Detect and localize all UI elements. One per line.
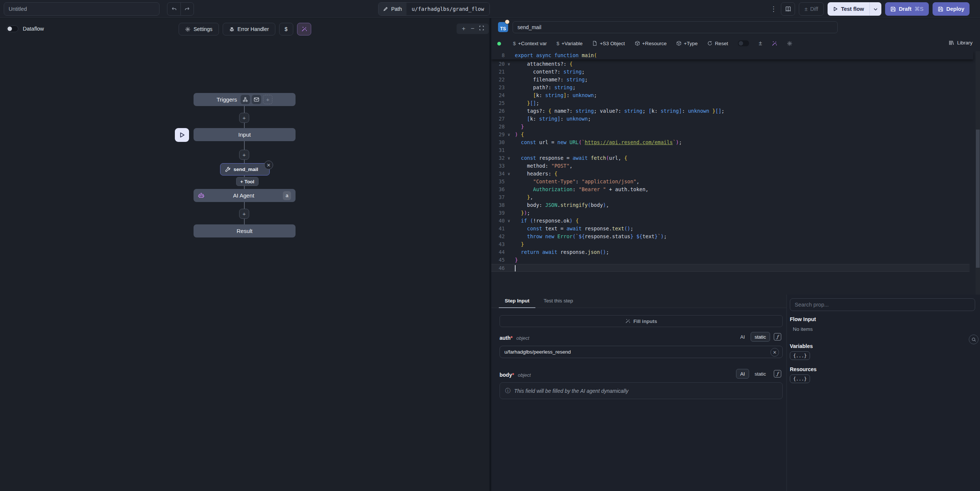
gear-icon (185, 27, 191, 32)
reset-label: Reset (715, 41, 728, 46)
code-line-40[interactable]: 40∨ if (!response.ok) { (491, 217, 970, 225)
auth-ai-option[interactable]: AI (736, 332, 749, 342)
zoom-out-button[interactable]: − (469, 25, 477, 32)
add-trigger-button[interactable]: + (263, 95, 272, 104)
flow-name-input[interactable]: Untitled (4, 2, 159, 16)
format-button[interactable]: ± (759, 40, 762, 47)
error-handler-button[interactable]: Error Handler (223, 23, 275, 35)
deploy-button[interactable]: Deploy (932, 2, 970, 16)
code-line-31[interactable]: 31 (491, 146, 970, 154)
email-trigger-button[interactable] (252, 95, 261, 104)
code-line-36[interactable]: 36 Authorization: "Bearer " + auth.token… (491, 186, 970, 194)
variables-object-chip[interactable]: {...} (790, 351, 810, 360)
assets-button[interactable]: $ (279, 23, 293, 35)
code-line-30[interactable]: 30 const url = new URL(`https://api.rese… (491, 138, 970, 146)
ai-wand-button[interactable] (297, 23, 311, 35)
code-line-26[interactable]: 26 tags?: { name?: string; value?: strin… (491, 107, 970, 115)
library-button[interactable]: Library (949, 40, 972, 46)
search-prop-input[interactable]: Search prop... (790, 298, 975, 311)
code-editor[interactable]: 20∨ attachments?: {21 content?: string;2… (491, 51, 980, 295)
add-tool-button[interactable]: + Tool (236, 177, 259, 186)
body-expression-toggle[interactable]: ƒ (774, 370, 781, 378)
insert-step-button[interactable]: + (239, 113, 249, 123)
code-line-41[interactable]: 41 const text = await response.text(); (491, 225, 970, 233)
body-ai-option[interactable]: AI (736, 369, 749, 378)
code-line-42[interactable]: 42 throw new Error(`${response.status} $… (491, 233, 970, 240)
plus-icon: + (242, 114, 246, 121)
insert-step-button[interactable]: + (239, 150, 249, 160)
gear-icon (787, 41, 792, 46)
webhook-trigger-button[interactable] (240, 95, 250, 104)
code-line-33[interactable]: 33 method: "POST", (491, 162, 970, 170)
editor-toolbar: $ +Context var $ +Variable +S3 Object +R… (491, 35, 980, 51)
draft-button[interactable]: Draft ⌘S (885, 2, 929, 16)
result-node[interactable]: Result (194, 224, 296, 237)
auth-expression-toggle[interactable]: ƒ (774, 333, 781, 340)
resources-object-chip[interactable]: {...} (790, 375, 810, 383)
docs-button[interactable] (781, 2, 795, 16)
remove-tool-button[interactable]: ✕ (264, 160, 273, 170)
run-input-button[interactable] (175, 128, 189, 142)
diff-button[interactable]: ± Diff (799, 2, 824, 16)
ai-agent-node[interactable]: AI Agent a (194, 189, 296, 202)
code-line-35[interactable]: 35 "Content-Type": "application/json", (491, 178, 970, 186)
ai-assist-button[interactable] (772, 41, 777, 46)
undo-button[interactable] (167, 3, 180, 15)
code-line-45[interactable]: 45} (491, 256, 970, 264)
step-name-input[interactable]: send_mail (512, 21, 838, 33)
add-variable-label: +Variable (562, 41, 582, 46)
scrollbar-thumb[interactable] (976, 130, 980, 268)
add-context-var-button[interactable]: $ +Context var (513, 41, 547, 46)
diff-mode-toggle[interactable] (738, 40, 749, 46)
code-line-27[interactable]: 27 [k: string]: unknown; (491, 115, 970, 123)
code-line-43[interactable]: 43 } (491, 240, 970, 248)
fill-inputs-label: Fill inputs (633, 318, 657, 324)
code-line-24[interactable]: 24 [k: string]: unknown; (491, 92, 970, 99)
code-line-22[interactable]: 22 filename?: string; (491, 76, 970, 84)
input-node[interactable]: Input (194, 128, 296, 141)
more-menu-button[interactable]: ⋮ (770, 2, 777, 16)
code-line-23[interactable]: 23 path?: string; (491, 84, 970, 92)
auth-resource-input[interactable]: u/farhadglbs/peerless_resend ✕ (500, 346, 783, 358)
triggers-node[interactable]: Triggers + (194, 93, 296, 106)
tab-step-input[interactable]: Step Input (499, 295, 535, 308)
code-line-32[interactable]: 32∨ const response = await fetch(url, { (491, 154, 970, 162)
add-variable-button[interactable]: $ +Variable (556, 41, 582, 46)
send-mail-tool-node[interactable]: send_mail (220, 163, 270, 175)
body-ai-hint: ⓘ This field will be filled by the AI ag… (500, 382, 783, 399)
test-flow-dropdown[interactable] (869, 2, 881, 16)
code-line-39[interactable]: 39 }); (491, 209, 970, 217)
fill-inputs-button[interactable]: Fill inputs (500, 315, 783, 327)
fullscreen-button[interactable] (477, 25, 486, 32)
book-icon (785, 6, 791, 12)
code-line-37[interactable]: 37 }, (491, 194, 970, 201)
code-line-44[interactable]: 44 return await response.json(); (491, 248, 970, 256)
code-line-20[interactable]: 20∨ attachments?: { (491, 60, 970, 68)
editor-scrollbar[interactable] (975, 51, 980, 295)
code-line-25[interactable]: 25 }[]; (491, 99, 970, 107)
code-line-34[interactable]: 34∨ headers: { (491, 170, 970, 178)
tab-test-this-step[interactable]: Test this step (544, 295, 573, 308)
add-resource-button[interactable]: +Resource (635, 41, 667, 46)
settings-button[interactable]: Settings (178, 23, 219, 35)
add-type-button[interactable]: +Type (676, 41, 698, 46)
code-line-21[interactable]: 21 content?: string; (491, 68, 970, 76)
dataflow-toggle[interactable] (6, 25, 18, 32)
test-flow-button[interactable]: Test flow (827, 2, 881, 16)
code-line-29[interactable]: 29∨) { (491, 131, 970, 138)
add-s3-object-button[interactable]: +S3 Object (592, 41, 625, 46)
prop-picker-button[interactable] (969, 335, 978, 344)
path-editor[interactable]: Path u/farhadglbs/grand_flow (378, 2, 490, 16)
agent-badge[interactable]: a (283, 191, 291, 200)
editor-settings-button[interactable] (787, 41, 792, 46)
insert-step-button[interactable]: + (239, 209, 249, 219)
code-line-28[interactable]: 28 } (491, 123, 970, 131)
auth-static-option[interactable]: static (751, 332, 770, 342)
zoom-in-button[interactable]: + (460, 25, 468, 32)
redo-button[interactable] (180, 3, 194, 15)
reset-code-button[interactable]: Reset (707, 41, 728, 46)
code-line-38[interactable]: 38 body: JSON.stringify(body), (491, 201, 970, 209)
code-line-46[interactable]: 46 (491, 264, 970, 272)
body-static-option[interactable]: static (751, 369, 770, 378)
clear-auth-button[interactable]: ✕ (770, 348, 779, 357)
